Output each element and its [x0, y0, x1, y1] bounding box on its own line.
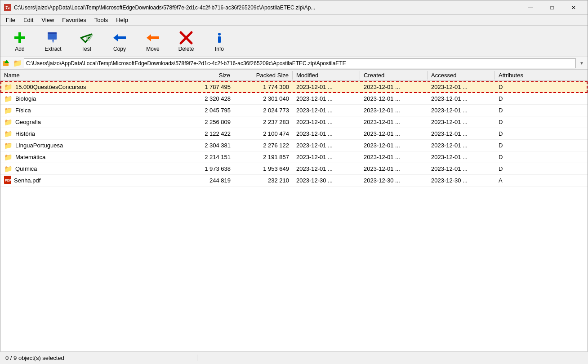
file-accessed: 2023-12-01 ... [428, 106, 495, 115]
folder-icon: 📁 [4, 107, 13, 115]
file-accessed: 2023-12-01 ... [428, 129, 495, 138]
table-row[interactable]: 📁 História 2 122 422 2 100 474 2023-12-0… [0, 128, 588, 140]
move-icon [146, 31, 160, 45]
file-attributes: D [495, 153, 588, 161]
file-modified: 2023-12-01 ... [293, 118, 360, 126]
col-header-modified[interactable]: Modified [293, 71, 360, 80]
file-name-cell: PDF Senha.pdf [0, 175, 180, 186]
file-packed-size: 1 774 300 [234, 83, 293, 91]
file-created: 2023-12-01 ... [360, 153, 428, 161]
file-size: 2 256 809 [180, 118, 234, 126]
file-attributes: A [495, 176, 588, 185]
col-header-size[interactable]: Size [180, 71, 234, 80]
add-icon [13, 31, 27, 45]
svg-point-12 [218, 33, 221, 36]
file-size: 1 787 495 [180, 83, 234, 91]
svg-rect-5 [53, 38, 53, 42]
extract-button[interactable]: Extract [37, 28, 69, 55]
address-dropdown-icon[interactable]: ▼ [578, 61, 586, 66]
status-text: 0 / 9 object(s) selected [4, 355, 197, 361]
address-folder-icon: 📁 [13, 59, 22, 67]
file-accessed: 2023-12-01 ... [428, 94, 495, 103]
copy-icon [112, 31, 127, 45]
svg-rect-1 [14, 36, 25, 39]
pdf-icon: PDF [4, 176, 11, 185]
file-created: 2023-12-01 ... [360, 94, 428, 103]
toolbar: Add Extract Test Copy [0, 26, 588, 57]
file-attributes: D [495, 129, 588, 138]
file-attributes: D [495, 83, 588, 91]
svg-marker-9 [147, 34, 159, 41]
col-header-name[interactable]: Name [0, 71, 180, 80]
file-created: 2023-12-01 ... [360, 106, 428, 115]
table-row[interactable]: 📁 LínguaPortuguesa 2 304 381 2 276 122 2… [0, 140, 588, 151]
copy-button[interactable]: Copy [104, 28, 135, 55]
svg-text:PDF: PDF [5, 179, 11, 182]
file-size: 244 819 [180, 176, 234, 185]
test-icon [79, 31, 94, 45]
table-row[interactable]: 📁 15.000QuestõesConcursos 1 787 495 1 77… [0, 81, 588, 93]
file-attributes: D [495, 94, 588, 103]
menu-tools[interactable]: Tools [91, 16, 111, 24]
file-name: Física [15, 107, 31, 114]
col-header-accessed[interactable]: Accessed [428, 71, 495, 80]
menu-help[interactable]: Help [112, 16, 132, 24]
file-packed-size: 2 100 474 [234, 129, 293, 138]
file-packed-size: 2 024 773 [234, 106, 293, 115]
title-bar: 7z C:\Users\jaizo\AppData\Local\Temp\Mic… [0, 0, 588, 15]
column-headers: Name Size Packed Size Modified Created A… [0, 70, 588, 81]
file-packed-size: 2 237 283 [234, 118, 293, 126]
app-icon: 7z [4, 4, 11, 11]
folder-icon: 📁 [4, 118, 13, 126]
info-button[interactable]: Info [204, 28, 235, 55]
folder-icon: 📁 [4, 130, 13, 138]
file-size: 2 045 795 [180, 106, 234, 115]
file-packed-size: 2 276 122 [234, 141, 293, 150]
maximize-button[interactable]: □ [542, 1, 562, 14]
file-created: 2023-12-01 ... [360, 118, 428, 126]
file-accessed: 2023-12-01 ... [428, 83, 495, 91]
file-modified: 2023-12-01 ... [293, 129, 360, 138]
table-row[interactable]: 📁 Física 2 045 795 2 024 773 2023-12-01 … [0, 105, 588, 116]
col-header-packed[interactable]: Packed Size [234, 71, 293, 80]
menu-file[interactable]: File [2, 16, 19, 24]
nav-up-icon[interactable] [2, 59, 11, 68]
menu-favorites[interactable]: Favorites [58, 16, 89, 24]
folder-icon: 📁 [4, 165, 13, 173]
file-name: Química [15, 165, 37, 172]
file-name: LínguaPortuguesa [15, 142, 63, 149]
delete-button[interactable]: Delete [170, 28, 202, 55]
minimize-button[interactable]: — [520, 1, 541, 14]
table-row[interactable]: 📁 Matemática 2 214 151 2 191 857 2023-12… [0, 151, 588, 163]
info-icon [212, 31, 227, 45]
file-created: 2023-12-01 ... [360, 141, 428, 150]
col-header-created[interactable]: Created [360, 71, 428, 80]
svg-rect-3 [48, 32, 57, 34]
file-name: Biologia [15, 95, 36, 102]
test-button[interactable]: Test [71, 28, 102, 55]
folder-icon: 📁 [4, 153, 13, 161]
file-name: História [15, 130, 35, 137]
file-modified: 2023-12-01 ... [293, 153, 360, 161]
file-name-cell: 📁 LínguaPortuguesa [0, 141, 180, 151]
table-row[interactable]: PDF Senha.pdf 244 819 232 210 2023-12-30… [0, 175, 588, 186]
window-title: C:\Users\jaizo\AppData\Local\Temp\Micros… [14, 4, 520, 11]
menu-view[interactable]: View [38, 16, 58, 24]
file-accessed: 2023-12-01 ... [428, 141, 495, 150]
move-button[interactable]: Move [137, 28, 169, 55]
file-created: 2023-12-01 ... [360, 129, 428, 138]
file-name-cell: 📁 15.000QuestõesConcursos [0, 82, 180, 92]
menu-edit[interactable]: Edit [20, 16, 37, 24]
file-name-cell: 📁 Geografia [0, 117, 180, 127]
menu-bar: File Edit View Favorites Tools Help [0, 15, 588, 26]
file-list: 📁 15.000QuestõesConcursos 1 787 495 1 77… [0, 81, 588, 352]
table-row[interactable]: 📁 Química 1 973 638 1 953 649 2023-12-01… [0, 163, 588, 175]
address-input[interactable] [24, 58, 576, 68]
table-row[interactable]: 📁 Biologia 2 320 428 2 301 040 2023-12-0… [0, 93, 588, 105]
delete-icon [179, 31, 193, 45]
close-button[interactable]: ✕ [563, 1, 584, 14]
file-name-cell: 📁 Química [0, 164, 180, 174]
add-button[interactable]: Add [4, 28, 36, 55]
col-header-attributes[interactable]: Attributes [495, 71, 588, 80]
table-row[interactable]: 📁 Geografia 2 256 809 2 237 283 2023-12-… [0, 116, 588, 128]
